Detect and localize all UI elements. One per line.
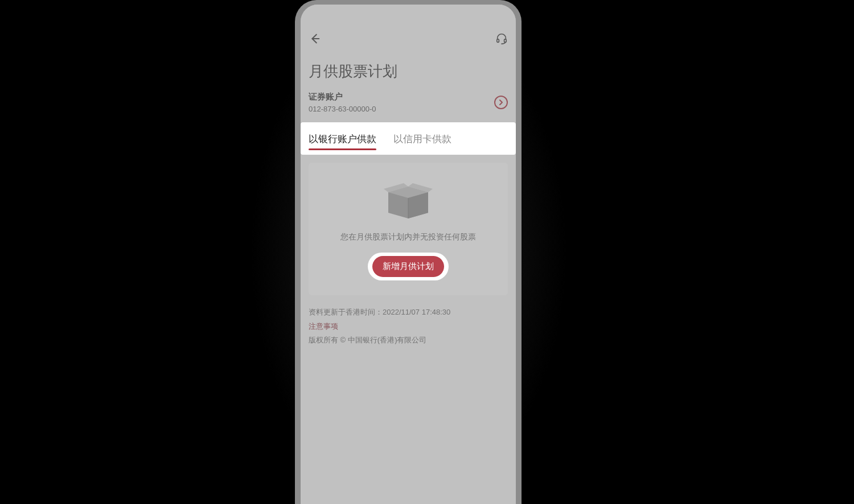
svg-rect-2 xyxy=(504,39,507,43)
account-number: 012-873-63-00000-0 xyxy=(309,105,376,113)
add-plan-button[interactable]: 新增月供计划 xyxy=(372,256,444,277)
empty-box-icon xyxy=(314,180,502,222)
updated-timestamp: 资料更新于香港时间：2022/11/07 17:48:30 xyxy=(309,305,508,320)
back-icon[interactable] xyxy=(309,32,321,47)
tab-credit-card[interactable]: 以信用卡供款 xyxy=(393,122,451,155)
notice-link[interactable]: 注意事项 xyxy=(309,320,508,334)
account-label: 证券账户 xyxy=(309,92,376,102)
nav-bar xyxy=(301,27,516,52)
headset-icon[interactable] xyxy=(495,32,508,47)
tabs: 以银行账户供款 以信用卡供款 xyxy=(301,122,516,155)
empty-state-card: 您在月供股票计划内并无投资任何股票 新增月供计划 xyxy=(309,163,508,295)
chevron-right-circle-icon[interactable] xyxy=(494,96,508,109)
tab-bank-account[interactable]: 以银行账户供款 xyxy=(309,122,376,155)
status-bar xyxy=(301,5,516,27)
page-title: 月供股票计划 xyxy=(301,52,516,92)
footer: 资料更新于香港时间：2022/11/07 17:48:30 注意事项 版权所有 … xyxy=(301,295,516,358)
copyright-text: 版权所有 © 中国银行(香港)有限公司 xyxy=(309,333,508,348)
svg-rect-1 xyxy=(497,39,499,43)
empty-state-message: 您在月供股票计划内并无投资任何股票 xyxy=(314,232,502,242)
phone-screen: 月供股票计划 证券账户 012-873-63-00000-0 以银行账户供款 以… xyxy=(301,5,516,504)
account-row[interactable]: 证券账户 012-873-63-00000-0 xyxy=(301,92,516,121)
